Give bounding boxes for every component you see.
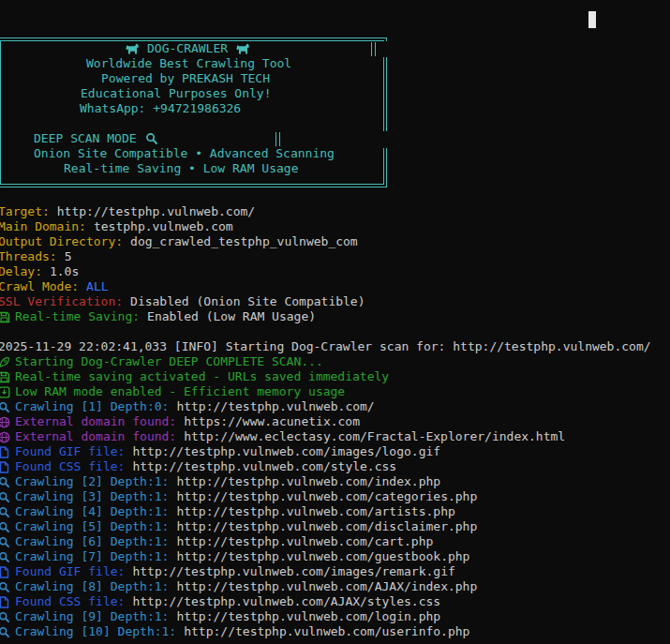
dog-icon xyxy=(125,42,140,55)
log-url: http://testphp.vulnweb.com/images/remark… xyxy=(132,564,454,579)
magnifier-icon xyxy=(0,521,10,533)
config-section: Target: http://testphp.vulnweb.com/ Main… xyxy=(0,204,670,324)
terminal-cursor-block xyxy=(588,11,596,28)
magnifier-icon xyxy=(0,536,10,548)
magnifier-icon xyxy=(0,626,10,638)
log-row-crawl: Crawling [8] Depth:1: http://testphp.vul… xyxy=(0,579,670,594)
config-label: Main Domain: xyxy=(0,219,86,234)
stray-border-bar xyxy=(275,132,280,146)
log-url: http://testphp.vulnweb.com/ xyxy=(176,399,374,414)
log-row-found-file: Found CSS file: http://testphp.vulnweb.c… xyxy=(0,594,670,609)
banner-feature-2: Real-time Saving • Low RAM Usage xyxy=(64,161,298,176)
log-label: Crawling [4] Depth:1: xyxy=(15,504,169,519)
banner-tagline-4: WhatsApp: +94721986326 xyxy=(80,101,241,116)
config-label: Delay: xyxy=(0,264,42,279)
log-row-external: External domain found: http://www.eclect… xyxy=(0,429,670,444)
terminal-screen[interactable]: { "colors":{ "bg":"#0c0c0c","fg":"#ccccc… xyxy=(0,0,670,644)
ram-icon xyxy=(0,386,10,398)
config-label: Threads: xyxy=(0,249,57,264)
log-label: Crawling [7] Depth:1: xyxy=(15,549,169,564)
log-row-crawl: Crawling [6] Depth:1: http://testphp.vul… xyxy=(0,534,670,549)
magnifier-icon xyxy=(144,132,159,145)
log-url: http://testphp.vulnweb.com/index.php xyxy=(176,474,440,489)
globe-icon xyxy=(0,431,10,443)
log-url: https://www.acunetix.com xyxy=(184,414,360,429)
log-url: http://testphp.vulnweb.com/AJAX/index.ph… xyxy=(176,579,477,594)
log-label: Crawling [10] Depth:1: xyxy=(15,624,176,639)
stray-border-bar xyxy=(371,42,376,56)
log-label: Found CSS file: xyxy=(15,459,125,474)
file-icon xyxy=(0,566,10,578)
config-value: Enabled (Low RAM Usage) xyxy=(147,309,316,324)
banner-feature-1: Onion Site Compatible • Advanced Scannin… xyxy=(34,146,335,161)
file-icon xyxy=(0,596,10,608)
config-row-target: Target: http://testphp.vulnweb.com/ xyxy=(0,204,670,219)
banner-tagline-2: Powered by PREKASH TECH xyxy=(101,71,270,86)
config-value: http://testphp.vulnweb.com/ xyxy=(57,204,255,219)
banner-title: DOG-CRAWLER xyxy=(147,41,228,56)
log-line: Low RAM mode enabled - Efficient memory … xyxy=(15,384,345,399)
log-row-crawl: Crawling [7] Depth:1: http://testphp.vul… xyxy=(0,549,670,564)
dog-icon xyxy=(235,42,250,55)
log-url: http://testphp.vulnweb.com/categories.ph… xyxy=(176,489,477,504)
file-icon xyxy=(0,461,10,473)
log-url: http://testphp.vulnweb.com/guestbook.php xyxy=(176,549,469,564)
log-row-info: 2025-11-29 22:02:41,033 [INFO] Starting … xyxy=(0,339,670,354)
magnifier-icon xyxy=(0,581,10,593)
config-value: Disabled (Onion Site Compatible) xyxy=(130,294,365,309)
log-row-saving: Real-time saving activated - URLs saved … xyxy=(0,369,670,384)
log-row-lowram: Low RAM mode enabled - Efficient memory … xyxy=(0,384,670,399)
config-row-output-directory: Output Directory: dog_crawled_testphp_vu… xyxy=(0,234,670,249)
config-value: testphp.vulnweb.com xyxy=(94,219,233,234)
log-url: http://www.eclectasy.com/Fractal-Explore… xyxy=(184,429,565,444)
banner-tagline-3: Educational Purposes Only! xyxy=(81,86,272,101)
log-label: Crawling [8] Depth:1: xyxy=(15,579,169,594)
log-row-crawl: Crawling [3] Depth:1: http://testphp.vul… xyxy=(0,489,670,504)
config-label: Crawl Mode: xyxy=(0,279,79,294)
config-value: ALL xyxy=(86,279,108,294)
log-row-external: External domain found: https://www.acune… xyxy=(0,414,670,429)
log-row-start: Starting Dog-Crawler DEEP COMPLETE SCAN.… xyxy=(0,354,670,369)
log-url: http://testphp.vulnweb.com/artists.php xyxy=(176,504,454,519)
border-gap xyxy=(379,131,388,148)
log-url: http://testphp.vulnweb.com/style.css xyxy=(132,459,396,474)
log-row-found-file: Found GIF file: http://testphp.vulnweb.c… xyxy=(0,564,670,579)
floppy-icon xyxy=(0,311,10,323)
log-label: Crawling [1] Depth:0: xyxy=(15,399,169,414)
log-label: Crawling [9] Depth:1: xyxy=(15,609,169,624)
log-label: Crawling [3] Depth:1: xyxy=(15,489,169,504)
config-row-ssl-verification: SSL Verification: Disabled (Onion Site C… xyxy=(0,294,670,309)
config-value: 1.0s xyxy=(50,264,79,279)
magnifier-icon xyxy=(0,476,10,488)
log-row-found-file: Found CSS file: http://testphp.vulnweb.c… xyxy=(0,459,670,474)
config-value: dog_crawled_testphp_vulnweb_com xyxy=(130,234,358,249)
log-url: http://testphp.vulnweb.com/login.php xyxy=(176,609,440,624)
config-row-delay: Delay: 1.0s xyxy=(0,264,670,279)
log-url: http://testphp.vulnweb.com/userinfo.php xyxy=(184,624,469,639)
config-label: SSL Verification: xyxy=(0,294,123,309)
banner-tagline-1: Worldwide Best Crawling Tool xyxy=(86,56,291,71)
log-row-crawl: Crawling [1] Depth:0: http://testphp.vul… xyxy=(0,399,670,414)
log-label: Found GIF file: xyxy=(15,564,125,579)
magnifier-icon xyxy=(0,401,10,413)
log-section: 2025-11-29 22:02:41,033 [INFO] Starting … xyxy=(0,339,670,639)
log-row-crawl: Crawling [9] Depth:1: http://testphp.vul… xyxy=(0,609,670,624)
config-row-crawl-mode: Crawl Mode: ALL xyxy=(0,279,670,294)
config-row-realtime-saving: Real-time Saving: Enabled (Low RAM Usage… xyxy=(0,309,670,324)
floppy-icon xyxy=(0,371,10,383)
log-label: Crawling [2] Depth:1: xyxy=(15,474,169,489)
config-value: 5 xyxy=(65,249,72,264)
log-url: http://testphp.vulnweb.com/cart.php xyxy=(176,534,433,549)
log-row-crawl: Crawling [2] Depth:1: http://testphp.vul… xyxy=(0,474,670,489)
magnifier-icon xyxy=(0,551,10,563)
log-label: Crawling [5] Depth:1: xyxy=(15,519,169,534)
deep-scan-heading-row: DEEP SCAN MODE xyxy=(34,131,159,146)
log-label: External domain found: xyxy=(15,414,176,429)
log-url: http://testphp.vulnweb.com/AJAX/styles.c… xyxy=(132,594,440,609)
deep-scan-heading: DEEP SCAN MODE xyxy=(34,131,137,146)
log-label: Crawling [6] Depth:1: xyxy=(15,534,169,549)
globe-icon xyxy=(0,416,10,428)
log-row-crawl: Crawling [10] Depth:1: http://testphp.vu… xyxy=(0,624,670,639)
file-icon xyxy=(0,446,10,458)
config-row-main-domain: Main Domain: testphp.vulnweb.com xyxy=(0,219,670,234)
